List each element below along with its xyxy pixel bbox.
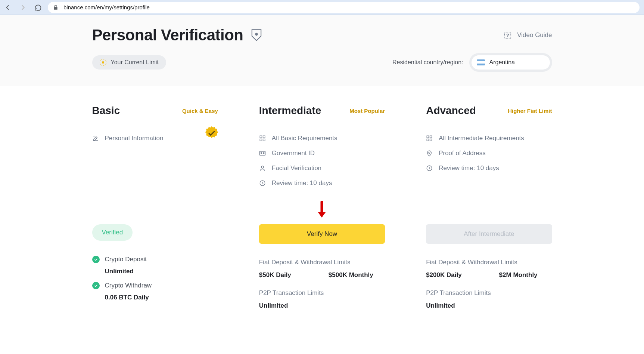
req-label: Government ID xyxy=(272,150,315,157)
fiat-limit-label: Fiat Deposit & Withdrawal Limits xyxy=(426,259,552,266)
check-icon xyxy=(92,282,100,289)
limit-label: Crypto Deposit xyxy=(105,256,147,263)
req-label: Facial Verification xyxy=(272,164,321,172)
verified-seal-icon xyxy=(204,126,220,141)
svg-rect-4 xyxy=(263,136,265,138)
current-limit-label: Your Current Limit xyxy=(111,59,159,66)
grid-icon xyxy=(426,135,433,142)
reload-button[interactable] xyxy=(34,4,41,11)
req-label: All Basic Requirements xyxy=(272,135,337,142)
svg-rect-7 xyxy=(259,151,265,156)
req-label: Review time: 10 days xyxy=(272,179,332,187)
limit-value: 0.06 BTC Daily xyxy=(105,294,218,301)
svg-rect-6 xyxy=(263,139,265,141)
grid-icon xyxy=(259,135,266,142)
svg-text:?: ? xyxy=(506,33,509,38)
tier-name: Intermediate xyxy=(259,105,321,117)
limit-dot-icon xyxy=(100,59,106,66)
tier-tag: Most Popular xyxy=(349,108,385,114)
p2p-limit-label: P2P Transaction Limits xyxy=(259,289,385,297)
p2p-value: Unlimited xyxy=(426,302,552,310)
video-guide-label: Video Guide xyxy=(517,31,552,39)
face-icon xyxy=(259,165,266,172)
page-title: Personal Verification xyxy=(92,26,243,44)
help-icon: ? xyxy=(504,31,512,39)
tier-name: Advanced xyxy=(426,105,476,117)
flag-icon xyxy=(477,59,485,65)
edit-icon xyxy=(92,135,99,142)
country-selector-wrap: Argentina xyxy=(469,53,552,72)
tier-tag: Higher Fiat Limit xyxy=(508,108,552,114)
shield-icon xyxy=(251,29,262,41)
svg-rect-11 xyxy=(427,136,429,138)
svg-point-15 xyxy=(429,152,430,154)
svg-rect-13 xyxy=(427,139,429,141)
fiat-limit-label: Fiat Deposit & Withdrawal Limits xyxy=(259,259,385,266)
svg-rect-14 xyxy=(430,139,432,141)
svg-rect-3 xyxy=(260,136,262,138)
fiat-value-monthly: $2M Monthly xyxy=(499,271,538,279)
browser-toolbar: binance.com/en/my/settings/profile xyxy=(0,0,644,15)
url-bar[interactable]: binance.com/en/my/settings/profile xyxy=(48,2,640,13)
tier-intermediate: Intermediate Most Popular All Basic Requ… xyxy=(259,105,385,310)
country-label: Residential country/region: xyxy=(392,59,463,66)
tier-basic: Basic Quick & Easy Personal Information xyxy=(92,105,218,310)
verified-status: Verified xyxy=(92,224,133,241)
svg-point-8 xyxy=(261,153,262,154)
clock-icon xyxy=(426,165,433,172)
limit-label: Crypto Withdraw xyxy=(105,282,152,289)
p2p-value: Unlimited xyxy=(259,302,385,310)
pin-icon xyxy=(426,150,433,157)
after-intermediate-button: After Intermediate xyxy=(426,224,552,244)
tier-name: Basic xyxy=(92,105,120,117)
svg-rect-5 xyxy=(260,139,262,141)
clock-icon xyxy=(259,180,266,187)
video-guide-link[interactable]: ? Video Guide xyxy=(504,31,552,39)
req-label: Review time: 10 days xyxy=(439,164,499,172)
fiat-value-daily: $200K Daily xyxy=(426,271,461,279)
id-icon xyxy=(259,150,266,157)
url-text: binance.com/en/my/settings/profile xyxy=(63,4,150,10)
req-label: Personal Information xyxy=(105,135,164,142)
country-selector[interactable]: Argentina xyxy=(472,55,550,70)
tier-tag: Quick & Easy xyxy=(182,108,218,114)
svg-rect-12 xyxy=(430,136,432,138)
lock-icon xyxy=(53,5,58,10)
svg-point-0 xyxy=(254,32,258,36)
back-button[interactable] xyxy=(4,4,11,11)
country-value: Argentina xyxy=(489,59,515,66)
svg-point-9 xyxy=(261,166,264,168)
req-label: Proof of Address xyxy=(439,150,486,157)
req-label: All Intermediate Requirements xyxy=(439,135,524,142)
limit-value: Unlimited xyxy=(105,268,218,275)
p2p-limit-label: P2P Transaction Limits xyxy=(426,289,552,297)
current-limit-pill[interactable]: Your Current Limit xyxy=(92,55,166,70)
tier-advanced: Advanced Higher Fiat Limit All Intermedi… xyxy=(426,105,552,310)
fiat-value-monthly: $500K Monthly xyxy=(329,271,373,279)
check-icon xyxy=(92,256,100,263)
fiat-value-daily: $50K Daily xyxy=(259,271,291,279)
forward-button[interactable] xyxy=(19,4,26,11)
arrow-annotation xyxy=(317,201,327,219)
verify-now-button[interactable]: Verify Now xyxy=(259,224,385,244)
